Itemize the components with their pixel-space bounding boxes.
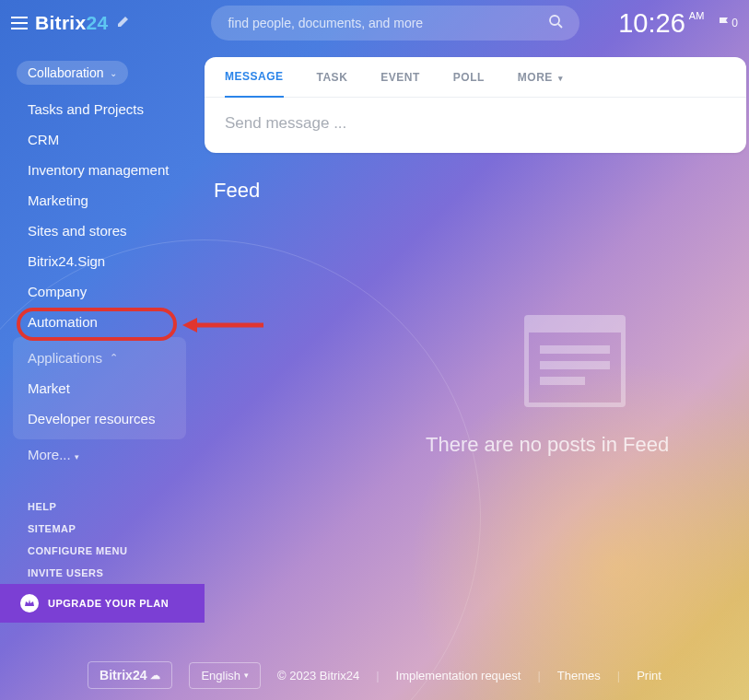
- footer-link-print[interactable]: Print: [637, 669, 661, 682]
- chevron-up-icon: ⌃: [110, 352, 118, 364]
- notification-flag[interactable]: 0: [719, 17, 738, 29]
- chevron-down-icon: ⌄: [110, 68, 117, 78]
- app-logo[interactable]: Bitrix24: [35, 12, 108, 34]
- applications-label: Applications: [28, 350, 102, 366]
- logo-text-2: 24: [86, 12, 108, 33]
- sidebar-item-developer-resources[interactable]: Developer resources: [13, 403, 186, 434]
- compose-card: MESSAGE TASK EVENT POLL MORE ▾ Send mess…: [205, 57, 746, 153]
- cloud-icon: ☁: [150, 670, 160, 682]
- feed-title: Feed: [214, 179, 749, 203]
- bottom-bar: Bitrix24 ☁ English ▾ © 2023 Bitrix24 | I…: [0, 650, 749, 700]
- svg-point-0: [550, 16, 559, 25]
- search-box[interactable]: [211, 6, 579, 41]
- chevron-down-icon: ▾: [556, 74, 564, 83]
- pencil-icon[interactable]: [117, 15, 130, 31]
- footer-logo-button[interactable]: Bitrix24 ☁: [88, 661, 172, 689]
- applications-block: Applications ⌃ Market Developer resource…: [13, 337, 186, 439]
- flag-icon: [719, 17, 730, 29]
- sidebar-item-sites[interactable]: Sites and stores: [0, 216, 193, 246]
- upgrade-label: UPGRADE YOUR PLAN: [48, 598, 169, 609]
- language-label: English: [201, 669, 240, 682]
- sidebar-item-marketing[interactable]: Marketing: [0, 185, 193, 216]
- tab-more[interactable]: MORE ▾: [518, 58, 564, 97]
- logo-text-1: Bitrix: [35, 12, 86, 33]
- sidebar-item-tasks[interactable]: Tasks and Projects: [0, 94, 193, 124]
- footer-link-implementation[interactable]: Implementation request: [396, 669, 521, 682]
- footer-logo-text: Bitrix24: [99, 668, 146, 682]
- main-content: MESSAGE TASK EVENT POLL MORE ▾ Send mess…: [205, 57, 749, 203]
- tab-poll[interactable]: POLL: [453, 58, 485, 97]
- chevron-down-icon: ▾: [75, 452, 79, 461]
- clock[interactable]: 10:26 AM: [618, 8, 704, 39]
- sidebar-footer-configure[interactable]: CONFIGURE MENU: [0, 540, 193, 562]
- compose-tabs: MESSAGE TASK EVENT POLL MORE ▾: [205, 57, 746, 98]
- more-label: More...: [28, 447, 71, 462]
- upgrade-plan-button[interactable]: UPGRADE YOUR PLAN: [0, 584, 205, 623]
- sidebar-footer: HELP SITEMAP CONFIGURE MENU INVITE USERS: [0, 496, 193, 584]
- search-input[interactable]: [228, 16, 548, 30]
- tab-more-label: MORE: [518, 71, 553, 84]
- chevron-down-icon: ▾: [244, 671, 249, 680]
- collaboration-label: Collaboration: [28, 65, 104, 80]
- sidebar-footer-help[interactable]: HELP: [0, 496, 193, 518]
- crown-icon: [20, 594, 39, 612]
- sidebar: Collaboration ⌄ Tasks and Projects CRM I…: [0, 55, 193, 584]
- separator: |: [537, 669, 540, 682]
- sidebar-more[interactable]: More... ▾: [0, 439, 193, 470]
- tab-event[interactable]: EVENT: [380, 58, 420, 97]
- separator: |: [376, 669, 379, 682]
- sidebar-item-automation[interactable]: Automation: [0, 307, 193, 337]
- search-icon[interactable]: [548, 14, 563, 32]
- language-selector[interactable]: English ▾: [189, 662, 261, 689]
- top-bar: Bitrix24 10:26 AM 0: [0, 0, 749, 46]
- tab-message[interactable]: MESSAGE: [225, 57, 284, 98]
- empty-feed-icon: [524, 315, 626, 407]
- hamburger-icon[interactable]: [11, 17, 28, 29]
- sidebar-item-crm[interactable]: CRM: [0, 124, 193, 155]
- compose-input[interactable]: Send message ...: [205, 98, 746, 153]
- sidebar-group-applications[interactable]: Applications ⌃: [13, 343, 186, 373]
- empty-state: There are no posts in Feed: [481, 315, 669, 457]
- sidebar-item-market[interactable]: Market: [13, 373, 186, 403]
- sidebar-item-sign[interactable]: Bitrix24.Sign: [0, 246, 193, 276]
- flag-count: 0: [731, 17, 738, 29]
- sidebar-item-inventory[interactable]: Inventory management: [0, 155, 193, 185]
- separator: |: [617, 669, 620, 682]
- clock-time: 10:26: [618, 8, 685, 39]
- sidebar-item-company[interactable]: Company: [0, 276, 193, 307]
- sidebar-footer-sitemap[interactable]: SITEMAP: [0, 518, 193, 540]
- empty-text: There are no posts in Feed: [426, 433, 669, 457]
- collaboration-pill[interactable]: Collaboration ⌄: [17, 61, 128, 85]
- copyright-text: © 2023 Bitrix24: [277, 669, 359, 682]
- sidebar-footer-invite[interactable]: INVITE USERS: [0, 562, 193, 584]
- tab-task[interactable]: TASK: [317, 58, 348, 97]
- clock-ampm: AM: [689, 10, 705, 21]
- footer-link-themes[interactable]: Themes: [557, 669, 601, 682]
